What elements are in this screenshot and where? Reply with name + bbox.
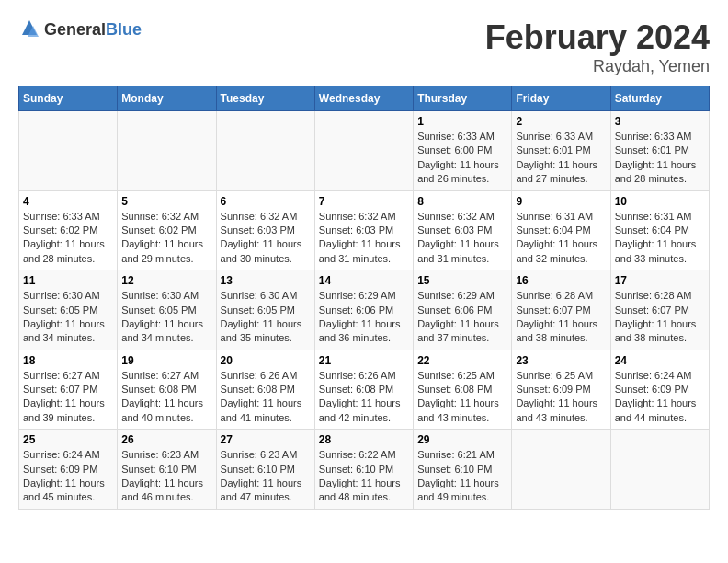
day-number: 17 xyxy=(615,274,705,287)
day-info: Sunrise: 6:26 AMSunset: 6:08 PMDaylight:… xyxy=(319,369,409,426)
calendar-cell: 10Sunrise: 6:31 AMSunset: 6:04 PMDayligh… xyxy=(610,190,709,270)
calendar-week-row: 18Sunrise: 6:27 AMSunset: 6:07 PMDayligh… xyxy=(19,350,710,430)
calendar-cell: 28Sunrise: 6:22 AMSunset: 6:10 PMDayligh… xyxy=(314,430,413,510)
day-info: Sunrise: 6:23 AMSunset: 6:10 PMDaylight:… xyxy=(221,448,311,505)
day-number: 4 xyxy=(23,195,113,208)
calendar-week-row: 25Sunrise: 6:24 AMSunset: 6:09 PMDayligh… xyxy=(19,430,710,510)
weekday-header-sunday: Sunday xyxy=(19,86,118,111)
day-info: Sunrise: 6:23 AMSunset: 6:10 PMDaylight:… xyxy=(121,448,211,505)
calendar-cell: 9Sunrise: 6:31 AMSunset: 6:04 PMDaylight… xyxy=(512,190,610,270)
calendar-cell: 1Sunrise: 6:33 AMSunset: 6:00 PMDaylight… xyxy=(414,111,512,191)
page-header: GeneralBlue February 2024 Raydah, Yemen xyxy=(18,18,710,76)
day-number: 18 xyxy=(23,354,113,367)
logo: GeneralBlue xyxy=(18,18,142,40)
calendar-cell: 14Sunrise: 6:29 AMSunset: 6:06 PMDayligh… xyxy=(314,270,413,350)
calendar-cell: 26Sunrise: 6:23 AMSunset: 6:10 PMDayligh… xyxy=(118,430,216,510)
day-number: 15 xyxy=(417,274,507,287)
day-info: Sunrise: 6:24 AMSunset: 6:09 PMDaylight:… xyxy=(615,369,705,426)
day-number: 7 xyxy=(319,195,409,208)
calendar-cell xyxy=(512,430,610,510)
calendar-cell: 13Sunrise: 6:30 AMSunset: 6:05 PMDayligh… xyxy=(216,270,314,350)
day-info: Sunrise: 6:33 AMSunset: 6:01 PMDaylight:… xyxy=(615,130,705,187)
title-block: February 2024 Raydah, Yemen xyxy=(485,18,710,76)
calendar-cell xyxy=(19,111,118,191)
calendar-cell: 8Sunrise: 6:32 AMSunset: 6:03 PMDaylight… xyxy=(414,190,512,270)
day-number: 13 xyxy=(221,274,311,287)
calendar-cell xyxy=(216,111,314,191)
day-info: Sunrise: 6:30 AMSunset: 6:05 PMDaylight:… xyxy=(221,289,311,346)
calendar-cell: 12Sunrise: 6:30 AMSunset: 6:05 PMDayligh… xyxy=(118,270,216,350)
day-info: Sunrise: 6:28 AMSunset: 6:07 PMDaylight:… xyxy=(615,289,705,346)
calendar-cell: 27Sunrise: 6:23 AMSunset: 6:10 PMDayligh… xyxy=(216,430,314,510)
day-info: Sunrise: 6:22 AMSunset: 6:10 PMDaylight:… xyxy=(319,448,409,505)
calendar-cell: 6Sunrise: 6:32 AMSunset: 6:03 PMDaylight… xyxy=(216,190,314,270)
day-info: Sunrise: 6:21 AMSunset: 6:10 PMDaylight:… xyxy=(417,448,507,505)
main-title: February 2024 xyxy=(485,18,710,57)
day-number: 1 xyxy=(417,115,507,128)
day-info: Sunrise: 6:33 AMSunset: 6:02 PMDaylight:… xyxy=(23,210,113,267)
day-info: Sunrise: 6:25 AMSunset: 6:09 PMDaylight:… xyxy=(516,369,606,426)
calendar-week-row: 1Sunrise: 6:33 AMSunset: 6:00 PMDaylight… xyxy=(19,111,710,191)
calendar-cell: 5Sunrise: 6:32 AMSunset: 6:02 PMDaylight… xyxy=(118,190,216,270)
calendar-cell xyxy=(314,111,413,191)
day-info: Sunrise: 6:29 AMSunset: 6:06 PMDaylight:… xyxy=(319,289,409,346)
day-info: Sunrise: 6:32 AMSunset: 6:02 PMDaylight:… xyxy=(121,210,211,267)
calendar-week-row: 4Sunrise: 6:33 AMSunset: 6:02 PMDaylight… xyxy=(19,190,710,270)
day-number: 27 xyxy=(221,433,311,446)
day-number: 5 xyxy=(121,195,211,208)
calendar-cell xyxy=(610,430,709,510)
day-info: Sunrise: 6:33 AMSunset: 6:00 PMDaylight:… xyxy=(417,130,507,187)
day-number: 26 xyxy=(121,433,211,446)
day-number: 14 xyxy=(319,274,409,287)
calendar-cell: 25Sunrise: 6:24 AMSunset: 6:09 PMDayligh… xyxy=(19,430,118,510)
calendar-cell: 4Sunrise: 6:33 AMSunset: 6:02 PMDaylight… xyxy=(19,190,118,270)
day-number: 10 xyxy=(615,195,705,208)
day-number: 2 xyxy=(516,115,606,128)
day-info: Sunrise: 6:25 AMSunset: 6:08 PMDaylight:… xyxy=(417,369,507,426)
day-number: 9 xyxy=(516,195,606,208)
weekday-header-friday: Friday xyxy=(512,86,610,111)
day-number: 28 xyxy=(319,433,409,446)
day-info: Sunrise: 6:30 AMSunset: 6:05 PMDaylight:… xyxy=(23,289,113,346)
day-info: Sunrise: 6:28 AMSunset: 6:07 PMDaylight:… xyxy=(516,289,606,346)
weekday-header-wednesday: Wednesday xyxy=(314,86,413,111)
calendar-cell: 11Sunrise: 6:30 AMSunset: 6:05 PMDayligh… xyxy=(19,270,118,350)
day-info: Sunrise: 6:24 AMSunset: 6:09 PMDaylight:… xyxy=(23,448,113,505)
day-info: Sunrise: 6:31 AMSunset: 6:04 PMDaylight:… xyxy=(516,210,606,267)
calendar-cell: 3Sunrise: 6:33 AMSunset: 6:01 PMDaylight… xyxy=(610,111,709,191)
calendar-cell: 21Sunrise: 6:26 AMSunset: 6:08 PMDayligh… xyxy=(314,350,413,430)
day-info: Sunrise: 6:33 AMSunset: 6:01 PMDaylight:… xyxy=(516,130,606,187)
logo-icon xyxy=(18,18,40,40)
day-number: 22 xyxy=(417,354,507,367)
weekday-header-thursday: Thursday xyxy=(414,86,512,111)
calendar-cell: 18Sunrise: 6:27 AMSunset: 6:07 PMDayligh… xyxy=(19,350,118,430)
calendar-table: SundayMondayTuesdayWednesdayThursdayFrid… xyxy=(18,86,710,510)
calendar-cell: 23Sunrise: 6:25 AMSunset: 6:09 PMDayligh… xyxy=(512,350,610,430)
day-number: 12 xyxy=(121,274,211,287)
weekday-header-tuesday: Tuesday xyxy=(216,86,314,111)
day-number: 6 xyxy=(221,195,311,208)
day-info: Sunrise: 6:32 AMSunset: 6:03 PMDaylight:… xyxy=(417,210,507,267)
calendar-cell: 2Sunrise: 6:33 AMSunset: 6:01 PMDaylight… xyxy=(512,111,610,191)
calendar-cell: 24Sunrise: 6:24 AMSunset: 6:09 PMDayligh… xyxy=(610,350,709,430)
calendar-cell: 7Sunrise: 6:32 AMSunset: 6:03 PMDaylight… xyxy=(314,190,413,270)
calendar-week-row: 11Sunrise: 6:30 AMSunset: 6:05 PMDayligh… xyxy=(19,270,710,350)
subtitle: Raydah, Yemen xyxy=(485,57,710,76)
calendar-cell: 29Sunrise: 6:21 AMSunset: 6:10 PMDayligh… xyxy=(414,430,512,510)
calendar-cell: 15Sunrise: 6:29 AMSunset: 6:06 PMDayligh… xyxy=(414,270,512,350)
day-number: 21 xyxy=(319,354,409,367)
logo-general: General xyxy=(44,20,106,39)
day-number: 25 xyxy=(23,433,113,446)
weekday-header-saturday: Saturday xyxy=(610,86,709,111)
day-number: 11 xyxy=(23,274,113,287)
weekday-header-row: SundayMondayTuesdayWednesdayThursdayFrid… xyxy=(19,86,710,111)
calendar-cell: 22Sunrise: 6:25 AMSunset: 6:08 PMDayligh… xyxy=(414,350,512,430)
day-info: Sunrise: 6:27 AMSunset: 6:07 PMDaylight:… xyxy=(23,369,113,426)
day-info: Sunrise: 6:29 AMSunset: 6:06 PMDaylight:… xyxy=(417,289,507,346)
day-info: Sunrise: 6:31 AMSunset: 6:04 PMDaylight:… xyxy=(615,210,705,267)
weekday-header-monday: Monday xyxy=(118,86,216,111)
calendar-cell xyxy=(118,111,216,191)
day-info: Sunrise: 6:27 AMSunset: 6:08 PMDaylight:… xyxy=(121,369,211,426)
calendar-cell: 20Sunrise: 6:26 AMSunset: 6:08 PMDayligh… xyxy=(216,350,314,430)
day-number: 16 xyxy=(516,274,606,287)
